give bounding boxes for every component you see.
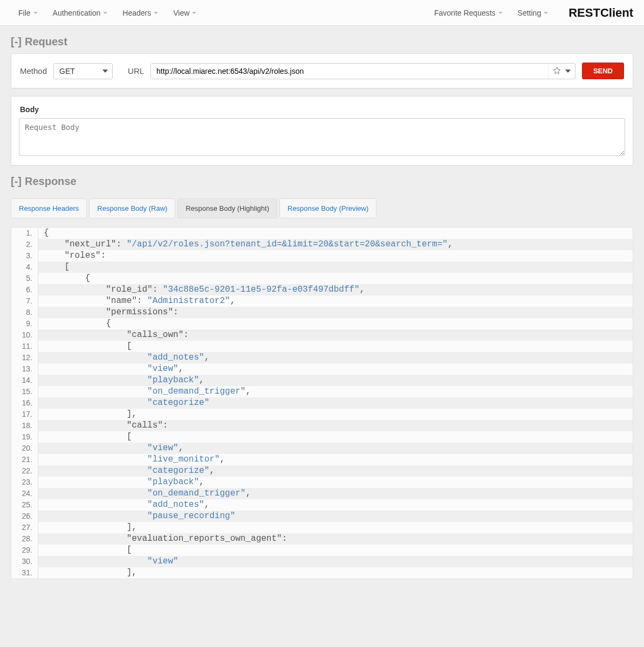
- menu-setting[interactable]: Setting: [510, 4, 556, 22]
- code-content: "playback",: [38, 375, 204, 386]
- code-content: "view": [38, 556, 179, 567]
- menu-authentication[interactable]: Authentication: [45, 4, 115, 22]
- line-number: 18.: [11, 420, 38, 431]
- chevron-down-icon: [192, 12, 196, 14]
- code-line: 24. "on_demand_trigger",: [11, 488, 633, 499]
- code-line: 22. "categorize",: [11, 465, 633, 477]
- tab-response-body-highlight-[interactable]: Response Body (Highlight): [177, 198, 277, 218]
- line-number: 21.: [11, 454, 38, 465]
- chevron-down-icon: [103, 12, 107, 14]
- code-line: 7. "name": "Administrator2",: [11, 295, 633, 307]
- request-body-input[interactable]: [19, 118, 625, 156]
- code-content: "categorize": [38, 397, 209, 409]
- code-line: 10. "calls_own":: [11, 329, 633, 341]
- chevron-down-icon: [33, 12, 38, 14]
- tab-response-body-preview-[interactable]: Response Body (Preview): [279, 198, 376, 218]
- line-number: 5.: [11, 273, 38, 284]
- code-content: "calls":: [38, 420, 168, 431]
- code-line: 8. "permissions":: [11, 307, 633, 318]
- code-content: "name": "Administrator2",: [38, 295, 235, 307]
- code-content: {: [38, 228, 49, 239]
- code-line: 3. "roles":: [11, 250, 633, 261]
- tab-response-body-raw-[interactable]: Response Body (Raw): [89, 198, 175, 218]
- line-number: 4.: [11, 261, 38, 273]
- line-number: 7.: [11, 295, 38, 307]
- code-line: 23. "playback",: [11, 477, 633, 488]
- line-number: 8.: [11, 307, 38, 318]
- line-number: 26.: [11, 511, 38, 522]
- code-line: 11. [: [11, 341, 633, 352]
- code-content: "playback",: [38, 477, 204, 488]
- line-number: 24.: [11, 488, 38, 499]
- code-content: [: [38, 545, 132, 556]
- code-content: "calls_own":: [38, 329, 189, 341]
- code-content: "role_id": "34c88e5c-9201-11e5-92fa-e03f…: [38, 284, 365, 295]
- code-content: [: [38, 261, 70, 273]
- response-collapse-toggle[interactable]: [-]: [11, 175, 22, 188]
- code-content: "pause_recording": [38, 511, 235, 522]
- code-content: [: [38, 431, 132, 443]
- toolbar-left: FileAuthenticationHeadersView: [11, 4, 204, 22]
- response-title: Response: [25, 175, 77, 188]
- menu-headers[interactable]: Headers: [115, 4, 166, 22]
- code-line: 19. [: [11, 431, 633, 443]
- line-number: 25.: [11, 499, 38, 511]
- body-label: Body: [19, 102, 625, 118]
- code-content: "next_url": "/api/v2/roles.json?tenant_i…: [38, 239, 453, 250]
- chevron-down-icon: [102, 70, 108, 73]
- request-title: Request: [25, 36, 67, 48]
- code-content: "on_demand_trigger",: [38, 386, 251, 397]
- response-section-header: [-] Response: [0, 166, 644, 193]
- code-line: 30. "view": [11, 556, 633, 567]
- code-content: "view",: [38, 443, 183, 454]
- code-content: "categorize",: [38, 465, 215, 477]
- code-line: 20. "view",: [11, 443, 633, 454]
- code-line: 14. "playback",: [11, 375, 633, 386]
- code-line: 1.{: [11, 228, 633, 239]
- code-content: "view",: [38, 363, 183, 375]
- code-content: "live_monitor",: [38, 454, 225, 465]
- code-line: 17. ],: [11, 409, 633, 420]
- code-content: "add_notes",: [38, 499, 209, 511]
- code-line: 5. {: [11, 273, 633, 284]
- menu-view[interactable]: View: [166, 4, 204, 22]
- line-number: 29.: [11, 545, 38, 556]
- code-line: 25. "add_notes",: [11, 499, 633, 511]
- request-collapse-toggle[interactable]: [-]: [11, 36, 22, 48]
- menu-favorite-requests[interactable]: Favorite Requests: [427, 4, 510, 22]
- chevron-down-icon[interactable]: [565, 70, 571, 73]
- url-input[interactable]: [151, 64, 548, 79]
- line-number: 12.: [11, 352, 38, 363]
- code-line: 21. "live_monitor",: [11, 454, 633, 465]
- line-number: 14.: [11, 375, 38, 386]
- app-brand: RESTClient: [568, 6, 633, 20]
- url-icons: [548, 64, 575, 79]
- method-select[interactable]: GET: [53, 63, 113, 79]
- tab-response-headers[interactable]: Response Headers: [11, 198, 87, 218]
- code-content: {: [38, 318, 111, 329]
- code-line: 18. "calls":: [11, 420, 633, 431]
- line-number: 17.: [11, 409, 38, 420]
- toolbar-right: Favorite RequestsSetting RESTClient: [427, 4, 633, 22]
- code-line: 29. [: [11, 545, 633, 556]
- code-line: 13. "view",: [11, 363, 633, 375]
- request-section-header: [-] Request: [0, 26, 644, 53]
- line-number: 13.: [11, 363, 38, 375]
- url-label: URL: [128, 66, 144, 75]
- code-line: 16. "categorize": [11, 397, 633, 409]
- code-content: "on_demand_trigger",: [38, 488, 251, 499]
- line-number: 19.: [11, 431, 38, 443]
- send-button[interactable]: SEND: [582, 63, 624, 79]
- line-number: 1.: [11, 228, 38, 239]
- code-content: ],: [38, 409, 137, 420]
- line-number: 27.: [11, 522, 38, 533]
- menu-file[interactable]: File: [11, 4, 45, 22]
- star-icon[interactable]: [553, 66, 561, 76]
- code-content: "permissions":: [38, 307, 179, 318]
- code-content: ],: [38, 567, 137, 579]
- request-body-panel: Body: [11, 96, 633, 166]
- url-field-wrap: [150, 63, 576, 79]
- code-line: 26. "pause_recording": [11, 511, 633, 522]
- request-panel: Method GET URL SEND: [11, 53, 633, 88]
- line-number: 28.: [11, 533, 38, 545]
